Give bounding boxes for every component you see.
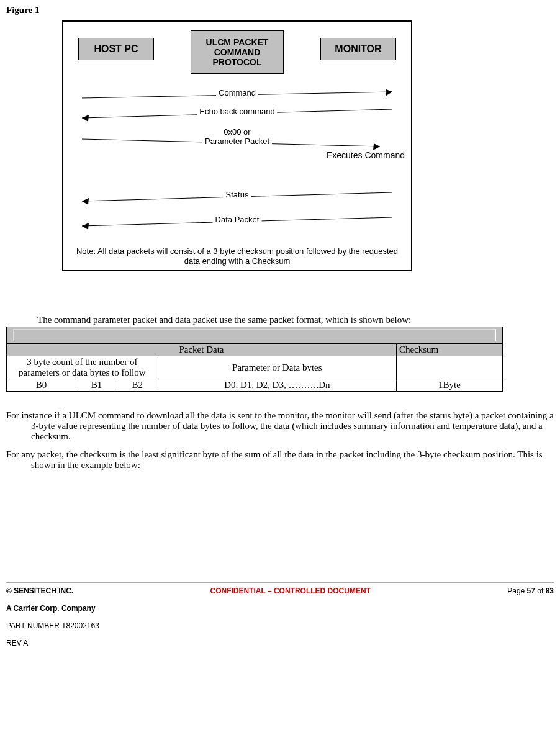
td-b0: B0: [7, 379, 76, 392]
arrow-echo-label: Echo back command: [197, 107, 277, 116]
host-box: HOST PC: [78, 38, 154, 60]
para-checksum: For any packet, the checksum is the leas…: [6, 449, 554, 471]
intro-paragraph: The command parameter packet and data pa…: [6, 315, 554, 325]
svg-marker-5: [373, 143, 380, 150]
footer-rev: REV A: [6, 639, 554, 647]
svg-marker-9: [82, 223, 89, 230]
figure-title: Figure 1: [6, 5, 554, 16]
svg-marker-7: [82, 198, 89, 205]
td-b1: B1: [76, 379, 117, 392]
footer-part: PART NUMBER T82002163: [6, 621, 554, 630]
arrow-data: Data Packet: [82, 212, 392, 231]
footer-page: Page 57 of 83: [507, 587, 554, 595]
arrow-command: Command: [82, 86, 392, 104]
td-param-desc: Parameter or Data bytes: [158, 356, 396, 379]
td-ck: 1Byte: [396, 379, 502, 392]
figure-note: Note: All data packets will consist of a…: [76, 246, 399, 267]
arrow-echo: Echo back command: [82, 104, 392, 123]
th-checksum: Checksum: [396, 344, 502, 356]
footer-carrier: A Carrier Corp. Company: [6, 604, 554, 613]
arrow-command-label: Command: [216, 88, 258, 97]
td-dn: D0, D1, D2, D3, ……….Dn: [158, 379, 396, 392]
monitor-box: MONITOR: [320, 38, 396, 60]
para-instance: For instance if a ULCM command to downlo…: [6, 410, 554, 442]
svg-marker-1: [386, 89, 392, 96]
th-packet-data: Packet Data: [7, 344, 397, 356]
footer-company: © SENSITECH INC.: [6, 587, 73, 595]
footer-confidential: CONFIDENTIAL – CONTROLLED DOCUMENT: [210, 587, 370, 595]
arrow-param-label-l2: Parameter Packet: [205, 137, 269, 146]
executes-label: Executes Command: [327, 150, 405, 160]
td-count-desc: 3 byte count of the number of parameters…: [7, 356, 158, 379]
page-footer: © SENSITECH INC. CONFIDENTIAL – CONTROLL…: [0, 582, 560, 647]
td-b2: B2: [117, 379, 158, 392]
protocol-box: ULCM PACKET COMMAND PROTOCOL: [191, 30, 284, 74]
arrow-status-label: Status: [224, 190, 251, 199]
arrow-param-label: 0x00 or Parameter Packet: [202, 128, 272, 146]
arrow-data-label: Data Packet: [213, 215, 262, 224]
svg-marker-3: [82, 115, 89, 122]
arrow-param-label-l1: 0x00 or: [205, 128, 269, 137]
figure-diagram: HOST PC ULCM PACKET COMMAND PROTOCOL MON…: [62, 20, 412, 271]
packet-format-table: Packet Data Checksum 3 byte count of the…: [6, 327, 503, 392]
arrow-status: Status: [82, 187, 392, 206]
arrow-param: 0x00 or Parameter Packet: [82, 132, 392, 150]
